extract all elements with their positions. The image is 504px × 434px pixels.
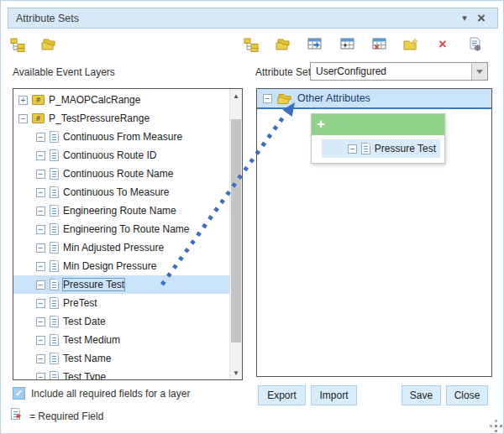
other-attributes-row[interactable]: − Other Attributes xyxy=(257,89,491,109)
toolbar: × xyxy=(8,33,496,56)
remove-table-icon[interactable] xyxy=(369,34,389,55)
available-layers-panel: + # P_MAOPCalcRange − # P_TestPressureRa… xyxy=(13,88,243,380)
attribute-set-value: UserConfigured xyxy=(311,63,471,80)
drag-ghost-item: − Pressure Test xyxy=(322,139,440,158)
tree-row-field[interactable]: − Continuous Route ID xyxy=(13,146,229,165)
collapse-icon[interactable]: − xyxy=(36,317,45,327)
collapse-icon[interactable]: − xyxy=(36,336,45,345)
expand-icon[interactable]: + xyxy=(18,96,28,105)
tree-row-field[interactable]: − PreTest xyxy=(13,294,229,312)
tree-row-field[interactable]: − Min Adjusted Pressure xyxy=(13,238,229,257)
resize-grip[interactable] xyxy=(495,425,497,427)
dropdown-arrow-button[interactable] xyxy=(471,63,487,80)
event-layer-icon: # xyxy=(32,95,45,105)
import-table-icon[interactable] xyxy=(305,34,325,55)
field-icon xyxy=(50,149,59,161)
tree-row-label: Engineering To Route Name xyxy=(63,223,190,235)
drag-ghost: + − Pressure Test xyxy=(311,113,445,164)
tree-row-field[interactable]: − Test Medium xyxy=(13,331,229,349)
scroll-up-icon[interactable]: ▲ xyxy=(230,89,242,102)
chevron-down-icon xyxy=(476,70,483,74)
tree-row-field[interactable]: − Continuous Route Name xyxy=(13,165,229,183)
new-folder-icon[interactable] xyxy=(401,34,421,55)
save-button[interactable]: Save xyxy=(402,385,441,405)
tree-row-label: P_TestPressureRange xyxy=(49,112,150,124)
field-icon xyxy=(50,353,59,364)
field-icon xyxy=(361,143,370,154)
field-icon xyxy=(50,223,59,235)
drop-indicator: + xyxy=(312,114,444,135)
tree-row-label: Test Date xyxy=(63,316,106,327)
event-layers-tree: + # P_MAOPCalcRange − # P_TestPressureRa… xyxy=(13,91,229,380)
field-icon xyxy=(50,205,59,217)
tree-row-label: Test Type xyxy=(63,371,106,380)
attribute-set-label: Attribute Set: xyxy=(255,66,313,78)
tree-row-label: Engineering Route Name xyxy=(63,205,176,217)
tree-row-field[interactable]: − Continuous To Measure xyxy=(13,183,229,201)
tree-row-layer[interactable]: + # P_MAOPCalcRange xyxy=(13,91,229,109)
collapse-icon[interactable]: − xyxy=(36,299,45,308)
collapse-icon[interactable]: − xyxy=(36,373,45,381)
dialog-title: Attribute Sets xyxy=(16,13,456,24)
tree-row-label: Continuous From Measure xyxy=(63,131,182,143)
open-attribute-set-icon[interactable] xyxy=(273,34,293,55)
delete-icon[interactable]: × xyxy=(433,34,453,55)
close-button[interactable]: Close xyxy=(446,385,488,405)
tree-row-field-selected[interactable]: − Pressure Test xyxy=(13,275,229,294)
properties-icon[interactable] xyxy=(465,34,485,55)
available-event-layers-label: Available Event Layers xyxy=(13,66,115,78)
field-icon xyxy=(50,297,59,309)
required-asterisk-icon: * xyxy=(16,411,21,424)
check-icon: ✓ xyxy=(15,388,23,399)
tree-row-label: Pressure Test xyxy=(63,279,124,290)
new-attribute-set-icon[interactable] xyxy=(8,34,28,55)
collapse-icon[interactable]: − xyxy=(263,94,272,103)
field-icon xyxy=(50,186,59,198)
collapse-icon[interactable]: − xyxy=(36,243,45,253)
scrollbar-thumb[interactable] xyxy=(231,119,241,342)
collapse-icon[interactable]: − xyxy=(36,133,45,142)
add-table-icon[interactable] xyxy=(337,34,357,55)
tree-row-field[interactable]: − Test Name xyxy=(13,349,229,368)
include-required-checkbox[interactable]: ✓ xyxy=(13,387,25,400)
collapse-icon[interactable]: − xyxy=(36,280,45,290)
field-icon xyxy=(50,260,59,272)
collapse-icon: − xyxy=(348,144,357,154)
collapse-icon[interactable]: − xyxy=(36,225,45,234)
field-icon xyxy=(50,131,59,143)
collapse-icon[interactable]: − xyxy=(36,170,45,179)
other-attributes-label: Other Attributes xyxy=(297,92,370,104)
toolbar-right-group: × xyxy=(241,34,496,55)
collapse-caret-icon[interactable]: ▾ xyxy=(456,10,473,27)
required-field-legend: = Required Field xyxy=(29,410,103,422)
tree-row-field[interactable]: − Min Design Pressure xyxy=(13,257,229,275)
attribute-set-dropdown[interactable]: UserConfigured xyxy=(310,62,488,81)
close-icon[interactable]: × xyxy=(473,10,490,27)
open-attribute-set-icon[interactable] xyxy=(39,34,59,55)
title-bar: Attribute Sets ▾ × xyxy=(8,8,498,29)
plus-icon: + xyxy=(317,116,325,132)
collapse-icon[interactable]: − xyxy=(36,354,45,363)
tree-row-label: Continuous Route ID xyxy=(63,149,156,161)
import-button[interactable]: Import xyxy=(311,385,357,405)
scroll-down-icon[interactable]: ▼ xyxy=(230,366,242,379)
tree-row-layer[interactable]: − # P_TestPressureRange xyxy=(13,109,229,128)
collapse-icon[interactable]: − xyxy=(36,207,45,216)
collapse-icon[interactable]: − xyxy=(36,151,45,160)
collapse-icon[interactable]: − xyxy=(36,188,45,197)
attribute-set-panel: − Other Attributes + − Pressure Test xyxy=(256,88,492,377)
tree-row-field[interactable]: − Test Date xyxy=(13,312,229,331)
export-button[interactable]: Export xyxy=(258,385,306,405)
tree-row-field[interactable]: − Engineering To Route Name xyxy=(13,220,229,238)
tree-row-field[interactable]: − Engineering Route Name xyxy=(13,201,229,220)
collapse-icon[interactable]: − xyxy=(36,262,45,271)
collapse-icon[interactable]: − xyxy=(18,114,28,123)
field-icon xyxy=(50,371,59,380)
new-attribute-set-icon[interactable] xyxy=(241,34,261,55)
tree-row-field[interactable]: − Test Type xyxy=(13,368,229,380)
scrollbar[interactable]: ▲ ▼ xyxy=(229,89,242,379)
tree-row-label: Continuous Route Name xyxy=(63,168,173,180)
tree-row-label: PreTest xyxy=(63,297,97,309)
include-required-label: Include all required fields for a layer xyxy=(31,388,190,400)
tree-row-field[interactable]: − Continuous From Measure xyxy=(13,128,229,146)
